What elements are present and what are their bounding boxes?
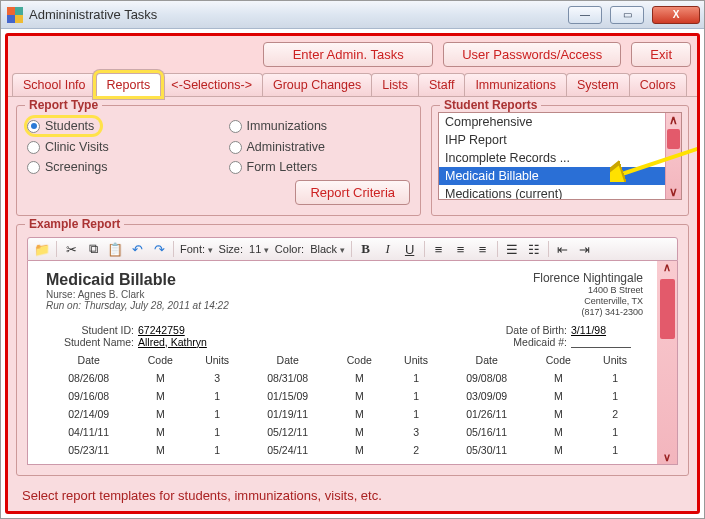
cell: M: [131, 368, 189, 387]
col-header: Code: [330, 352, 388, 369]
scroll-down-icon[interactable]: ∨: [663, 451, 671, 464]
radio-dot: [27, 120, 40, 133]
col-header: Date: [444, 352, 529, 369]
cell: M: [330, 387, 388, 405]
radio-students[interactable]: Students: [27, 118, 100, 134]
cell: 1: [189, 387, 245, 405]
col-header: Date: [46, 352, 131, 369]
radio-label: Students: [45, 119, 94, 133]
radio-form-letters[interactable]: Form Letters: [229, 160, 411, 174]
cell: 05/12/11: [245, 423, 330, 441]
tab-reports[interactable]: Reports: [96, 73, 162, 96]
scroll-up-icon[interactable]: ∧: [669, 113, 678, 127]
color-dropdown[interactable]: Black: [310, 243, 344, 255]
tab-colors[interactable]: Colors: [629, 73, 687, 96]
list-scroll-thumb[interactable]: [667, 129, 680, 149]
radio-immunizations[interactable]: Immunizations: [229, 118, 411, 134]
size-dropdown[interactable]: 11: [249, 243, 269, 255]
report-criteria-button[interactable]: Report Criteria: [295, 180, 410, 205]
list-item[interactable]: Incomplete Records ...: [439, 149, 681, 167]
font-dropdown[interactable]: Font:: [180, 243, 213, 255]
student-id-label: Student ID:: [58, 324, 134, 336]
indent-icon[interactable]: ⇥: [577, 241, 593, 257]
copy-icon[interactable]: ⧉: [85, 241, 101, 257]
cell: 08/31/08: [245, 368, 330, 387]
student-reports-list[interactable]: ComprehensiveIHP ReportIncomplete Record…: [438, 112, 682, 200]
underline-icon[interactable]: U: [402, 241, 418, 257]
table-row: 02/14/09M101/19/11M101/26/11M2: [46, 405, 643, 423]
radio-administrative[interactable]: Administrative: [229, 140, 411, 154]
exit-button[interactable]: Exit: [631, 42, 691, 67]
radio-dot: [229, 141, 242, 154]
close-button[interactable]: X: [652, 6, 700, 24]
cell: M: [529, 423, 587, 441]
tab-immunizations[interactable]: Immunizations: [464, 73, 567, 96]
list-scrollbar[interactable]: ∧ ∨: [665, 113, 681, 199]
preview-scroll-thumb[interactable]: [660, 279, 675, 339]
radio-dot: [229, 161, 242, 174]
radio-label: Administrative: [247, 140, 326, 154]
cut-icon[interactable]: ✂: [63, 241, 79, 257]
tab-group-changes[interactable]: Group Changes: [262, 73, 372, 96]
cell: 09/16/08: [46, 387, 131, 405]
radio-label: Screenings: [45, 160, 108, 174]
bulleted-list-icon[interactable]: ☰: [504, 241, 520, 257]
minimize-button[interactable]: —: [568, 6, 602, 24]
nurse-label: Nurse:: [46, 289, 75, 300]
cell: M: [529, 368, 587, 387]
italic-icon[interactable]: I: [380, 241, 396, 257]
cell: 05/23/11: [46, 441, 131, 459]
scroll-up-icon[interactable]: ∧: [663, 261, 671, 274]
app-icon: [7, 7, 23, 23]
scroll-down-icon[interactable]: ∨: [669, 185, 678, 199]
cell: M: [529, 387, 587, 405]
user-passwords-button[interactable]: User Passwords/Access: [443, 42, 621, 67]
list-item[interactable]: Medications (current): [439, 185, 681, 200]
student-name: Allred, Kathryn: [138, 336, 207, 348]
align-center-icon[interactable]: ≡: [453, 241, 469, 257]
redo-icon[interactable]: ↷: [151, 241, 167, 257]
tab-strip: School InfoReports<-Selections->Group Ch…: [8, 73, 697, 96]
paste-icon[interactable]: 📋: [107, 241, 123, 257]
align-left-icon[interactable]: ≡: [431, 241, 447, 257]
cell: 1: [388, 368, 444, 387]
tab-system[interactable]: System: [566, 73, 630, 96]
radio-label: Clinic Visits: [45, 140, 109, 154]
numbered-list-icon[interactable]: ☷: [526, 241, 542, 257]
cell: M: [131, 405, 189, 423]
cell: M: [330, 368, 388, 387]
nurse-name: Agnes B. Clark: [78, 289, 145, 300]
student-reports-group: Student Reports ComprehensiveIHP ReportI…: [431, 105, 689, 216]
radio-screenings[interactable]: Screenings: [27, 160, 209, 174]
maximize-button[interactable]: ▭: [610, 6, 644, 24]
bold-icon[interactable]: B: [358, 241, 374, 257]
table-row: 04/11/11M105/12/11M305/16/11M1: [46, 423, 643, 441]
size-label: Size:: [219, 243, 243, 255]
window-title: Admininistrative Tasks: [29, 7, 157, 22]
enter-admin-tasks-button[interactable]: Enter Admin. Tasks: [263, 42, 433, 67]
tab-school-info[interactable]: School Info: [12, 73, 97, 96]
report-preview: Medicaid Billable Nurse: Agnes B. Clark …: [27, 261, 678, 465]
report-type-group: Report Type StudentsImmunizationsClinic …: [16, 105, 421, 216]
open-folder-icon[interactable]: 📁: [34, 241, 50, 257]
align-right-icon[interactable]: ≡: [475, 241, 491, 257]
undo-icon[interactable]: ↶: [129, 241, 145, 257]
outdent-icon[interactable]: ⇤: [555, 241, 571, 257]
org-name: Florence Nightingale: [533, 271, 643, 285]
tab-lists[interactable]: Lists: [371, 73, 419, 96]
medicaid-num: [571, 336, 631, 348]
radio-clinic-visits[interactable]: Clinic Visits: [27, 140, 209, 154]
list-item[interactable]: Medicaid Billable: [439, 167, 681, 185]
main-frame: Enter Admin. Tasks User Passwords/Access…: [5, 33, 700, 514]
tab-selections[interactable]: <-Selections->: [160, 73, 263, 96]
org-street: 1400 B Street: [533, 285, 643, 296]
medicaid-label: Medicaid #:: [491, 336, 567, 348]
org-phone: (817) 341-2300: [533, 307, 643, 318]
list-item[interactable]: Comprehensive: [439, 113, 681, 131]
cell: 08/26/08: [46, 368, 131, 387]
cell: 05/16/11: [444, 423, 529, 441]
list-item[interactable]: IHP Report: [439, 131, 681, 149]
tab-staff[interactable]: Staff: [418, 73, 465, 96]
student-id: 67242759: [138, 324, 185, 336]
cell: 03/09/09: [444, 387, 529, 405]
